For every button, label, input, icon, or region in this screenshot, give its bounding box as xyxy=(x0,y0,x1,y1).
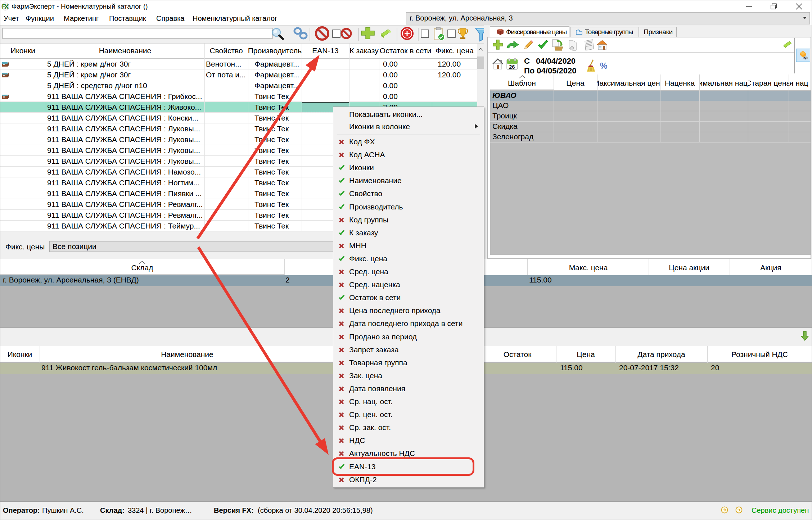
svg-text:26: 26 xyxy=(509,64,515,70)
svg-text:X: X xyxy=(4,3,9,10)
